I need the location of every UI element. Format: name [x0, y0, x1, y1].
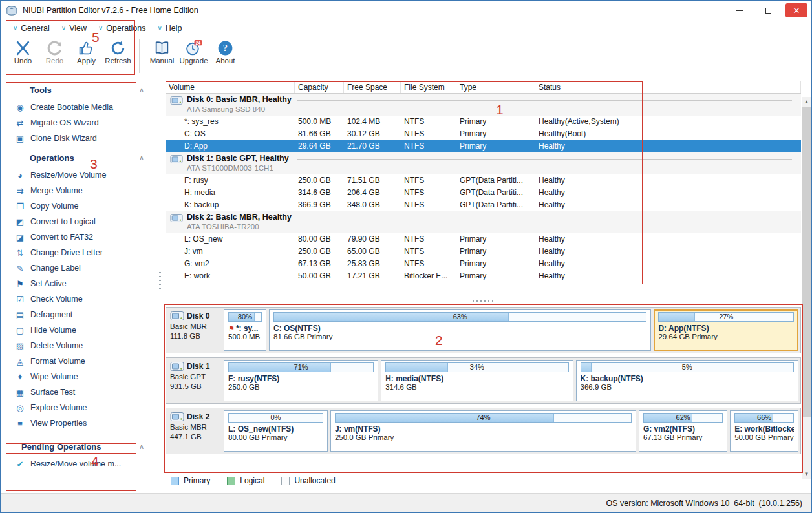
- column-header-file-system[interactable]: File System: [401, 81, 456, 93]
- apply-button[interactable]: Apply: [70, 37, 102, 65]
- scroll-down-arrow-icon[interactable]: ▼: [802, 469, 811, 479]
- menu-item-operations[interactable]: ∨Operations: [92, 22, 151, 35]
- delete-volume-icon: ▨: [15, 341, 25, 351]
- sidebar-item-change-label[interactable]: ✎Change Label: [14, 260, 151, 276]
- column-header-volume[interactable]: Volume: [166, 81, 295, 93]
- disk-group-row-disk-2[interactable]: Disk 2: Basic MBR, HealthyATA TOSHIBA-TR…: [166, 211, 801, 233]
- partition-block-l-os-new-ntfs[interactable]: 0%L: OS_new(NTFS)80.00 GB Primary: [224, 410, 328, 452]
- partition-block-f-rusy-ntfs[interactable]: 71%F: rusy(NTFS)250.0 GB: [224, 360, 378, 401]
- collapse-chevron-icon[interactable]: ∧: [139, 86, 144, 94]
- manual-button[interactable]: Manual: [146, 37, 178, 65]
- volume-row-e-work[interactable]: E: work50.00 GB17.21 GBBitlocker E...Pri…: [166, 270, 801, 282]
- column-header-type[interactable]: Type: [456, 81, 535, 93]
- undo-button[interactable]: Undo: [7, 37, 39, 65]
- set-active-icon: ⚑: [15, 279, 25, 289]
- column-header-status[interactable]: Status: [535, 81, 801, 93]
- redo-button[interactable]: Redo: [39, 37, 70, 65]
- menu-item-general[interactable]: ∨General: [7, 22, 56, 35]
- upgrade-button[interactable]: 24 Upgrade: [178, 37, 209, 65]
- scroll-up-arrow-icon[interactable]: ▲: [802, 97, 811, 107]
- sidebar-item-view-properties[interactable]: ≡View Properties: [14, 415, 151, 431]
- sidebar-item-resize-move-volume-m[interactable]: ✔Resize/Move volume m...: [14, 456, 151, 472]
- collapse-chevron-icon[interactable]: ∧: [139, 443, 144, 451]
- partition-block-k-backup-ntfs[interactable]: 5%K: backup(NTFS)366.9 GB: [576, 360, 798, 401]
- volume-row-j-vm[interactable]: J: vm250.0 GB65.00 GBNTFSPrimaryHealthy: [166, 246, 801, 258]
- partition-size: 67.13 GB Primary: [643, 434, 723, 441]
- pending-check-icon: ✔: [15, 459, 25, 469]
- menu-item-help[interactable]: ∨Help: [152, 22, 188, 35]
- volume-row-g-vm2[interactable]: G: vm267.13 GB25.83 GBNTFSPrimaryHealthy: [166, 258, 801, 270]
- toolbar: Undo Redo Apply Refresh Manual 24 Upgrad…: [1, 37, 811, 76]
- volume-row-sys-res[interactable]: *: sys_res500.0 MB102.4 MBNTFSPrimaryHea…: [166, 116, 801, 128]
- sidebar-item-hide-volume[interactable]: ▢Hide Volume: [14, 322, 151, 338]
- close-button[interactable]: ✕: [785, 3, 807, 17]
- svg-text:24: 24: [196, 41, 201, 45]
- column-header-capacity[interactable]: Capacity: [295, 81, 344, 93]
- disk-group-row-disk-1[interactable]: Disk 1: Basic GPT, HealthyATA ST1000DM00…: [166, 152, 801, 174]
- volume-row-f-rusy[interactable]: F: rusy250.0 GB71.51 GBNTFSGPT(Data Part…: [166, 174, 801, 187]
- sidebar-item-label: Copy Volume: [30, 202, 78, 211]
- usage-percent: 66%: [735, 414, 793, 422]
- minimize-button[interactable]: [729, 3, 751, 18]
- sidebar-item-clone-disk-wizard[interactable]: ▣Clone Disk Wizard: [14, 131, 151, 146]
- disk-info[interactable]: Disk 0Basic MBR111.8 GB: [168, 309, 221, 351]
- disk-info[interactable]: Disk 2Basic MBR447.1 GB: [168, 410, 221, 452]
- sidebar-splitter[interactable]: [155, 76, 166, 493]
- partition-block-g-vm2-ntfs[interactable]: 62%G: vm2(NTFS)67.13 GB Primary: [639, 410, 727, 452]
- vertical-scrollbar[interactable]: ▲ ▼: [802, 97, 811, 479]
- disk-size: 931.5 GB: [170, 382, 220, 392]
- partition-block-j-vm-ntfs[interactable]: 74%J: vm(NTFS)250.0 GB Primary: [330, 410, 636, 452]
- sidebar-item-defragment[interactable]: ▤Defragment: [14, 307, 151, 322]
- disk-info[interactable]: Disk 1Basic GPT931.5 GB: [168, 360, 221, 401]
- format-volume-icon: ◬: [15, 357, 25, 366]
- sidebar-item-wipe-volume[interactable]: ✦Wipe Volume: [14, 369, 151, 384]
- cell-file-system: NTFS: [401, 174, 456, 187]
- sidebar-item-delete-volume[interactable]: ▨Delete Volume: [14, 338, 151, 353]
- cell-file-system: NTFS: [401, 233, 456, 246]
- partition-block-d-app-ntfs[interactable]: 27%D: App(NTFS)29.64 GB Primary: [654, 309, 798, 351]
- column-header-free-space[interactable]: Free Space: [344, 81, 401, 93]
- partition-block-c-os-ntfs[interactable]: 63%C: OS(NTFS)81.66 GB Primary: [269, 309, 651, 351]
- cell-status: Healthy: [535, 233, 801, 246]
- menu-item-view[interactable]: ∨View: [56, 22, 92, 35]
- partition-block-h-media-ntfs[interactable]: 34%H: media(NTFS)314.6 GB: [381, 360, 573, 401]
- sidebar-item-merge-volume[interactable]: ⇉Merge Volume: [14, 183, 151, 198]
- sidebar-item-convert-to-fat32[interactable]: ◪Convert to FAT32: [14, 229, 151, 245]
- section-header-operations[interactable]: Operations∧: [14, 151, 151, 167]
- usage-percent: 80%: [229, 313, 261, 321]
- section-header-pending-operations[interactable]: Pending Operations∧: [14, 440, 151, 456]
- about-button[interactable]: ? About: [209, 37, 241, 65]
- sidebar-item-set-active[interactable]: ⚑Set Active: [14, 276, 151, 291]
- partition-size: 250.0 GB: [228, 383, 374, 391]
- sidebar-item-format-volume[interactable]: ◬Format Volume: [14, 353, 151, 369]
- cell-file-system: NTFS: [401, 140, 456, 152]
- disk-group-row-disk-0[interactable]: Disk 0: Basic MBR, HealthyATA Samsung SS…: [166, 94, 801, 116]
- sidebar-item-copy-volume[interactable]: ❐Copy Volume: [14, 198, 151, 214]
- collapse-chevron-icon[interactable]: ∧: [139, 154, 144, 162]
- sidebar-item-explore-volume[interactable]: ◎Explore Volume: [14, 400, 151, 415]
- scrollbar-thumb[interactable]: [802, 107, 811, 417]
- volume-row-c-os[interactable]: C: OS81.66 GB30.12 GBNTFSPrimaryHealthy(…: [166, 128, 801, 140]
- usage-percent: 27%: [659, 313, 793, 321]
- volume-row-k-backup[interactable]: K: backup366.9 GB348.0 GBNTFSGPT(Data Pa…: [166, 199, 801, 211]
- section-header-tools[interactable]: Tools∧: [14, 83, 151, 99]
- volume-row-h-media[interactable]: H: media314.6 GB206.4 GBNTFSGPT(Data Par…: [166, 187, 801, 199]
- sidebar-item-convert-to-logical[interactable]: ◩Convert to Logical: [14, 214, 151, 229]
- sidebar-item-change-drive-letter[interactable]: ⇅Change Drive Letter: [14, 245, 151, 260]
- partition-block-e-work-bitlocker-e[interactable]: 66%E: work(Bitlocker E...50.00 GB Primar…: [730, 410, 798, 452]
- redo-label: Redo: [46, 57, 64, 65]
- maximize-button[interactable]: [757, 3, 779, 18]
- sidebar-item-create-bootable-media[interactable]: ◉Create Bootable Media: [14, 99, 151, 115]
- sidebar-item-resize-move-volume[interactable]: ◕Resize/Move Volume: [14, 167, 151, 183]
- sidebar-item-surface-test[interactable]: ▦Surface Test: [14, 384, 151, 400]
- usage-bar: 66%: [734, 413, 794, 423]
- sidebar-item-migrate-os-wizard[interactable]: ⇄Migrate OS Wizard: [14, 115, 151, 131]
- volume-row-l-os-new[interactable]: L: OS_new80.00 GB79.90 GBNTFSPrimaryHeal…: [166, 233, 801, 246]
- cell-volume: J: vm: [166, 246, 295, 258]
- volume-row-d-app[interactable]: D: App29.64 GB21.70 GBNTFSPrimaryHealthy: [166, 140, 801, 152]
- horizontal-splitter[interactable]: [166, 297, 801, 304]
- sidebar-item-check-volume[interactable]: ☑Check Volume: [14, 291, 151, 307]
- refresh-button[interactable]: Refresh: [102, 37, 134, 65]
- partition-block-sy[interactable]: 80%⚑*: sy...500.0 MB: [224, 309, 266, 351]
- cell-status: Healthy(Boot): [535, 128, 801, 140]
